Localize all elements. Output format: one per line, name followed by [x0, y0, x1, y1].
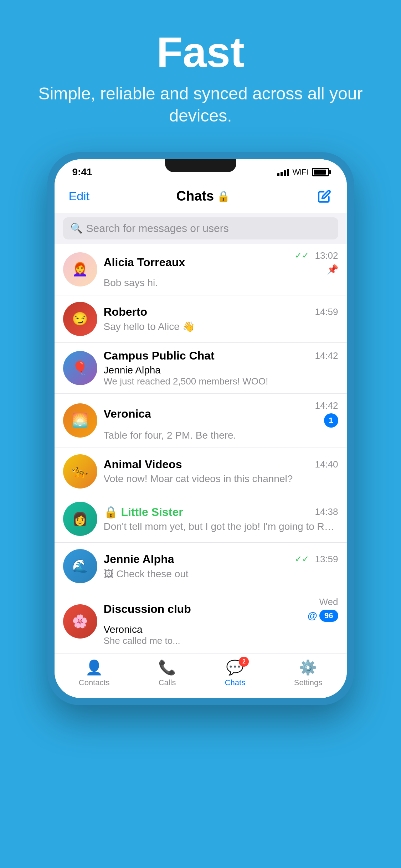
search-bar: 🔍 Search for messages or users — [55, 213, 347, 244]
status-icons: WiFi — [277, 167, 329, 177]
chats-title: Chats — [176, 188, 214, 204]
chat-item-discussion[interactable]: 🌸 Discussion club Wed @ 96 Vero — [55, 590, 347, 653]
battery-icon — [312, 168, 329, 176]
chat-name-jennie: Jennie Alpha — [104, 553, 174, 566]
chat-item-veronica[interactable]: 🌅 Veronica 14:42 1 Table for four, 2 PM.… — [55, 394, 347, 448]
chat-preview-jennie: 🖼 Check these out — [104, 568, 338, 580]
tab-label-contacts: Contacts — [79, 678, 110, 687]
avatar-sister: 👩 — [63, 502, 97, 536]
chats-tab-icon: 💬 2 — [226, 660, 244, 675]
chat-preview-animal: Vote now! Moar cat videos in this channe… — [104, 473, 338, 485]
chat-item-animal[interactable]: 🐆 Animal Videos 14:40 Vote now! Moar cat… — [55, 448, 347, 495]
chat-header: Edit Chats 🔒 — [55, 181, 347, 213]
tab-label-settings: Settings — [294, 678, 323, 687]
search-input[interactable]: Search for messages or users — [86, 222, 229, 234]
chat-item-sister[interactable]: 👩 🔒 Little Sister 14:38 Don't tell mom y… — [55, 495, 347, 543]
read-check-jennie: ✓✓ — [295, 554, 309, 564]
chat-preview-alicia: Bob says hi. — [104, 277, 338, 289]
chat-time-discussion: Wed — [319, 596, 338, 608]
chat-top-campus: Campus Public Chat 14:42 — [104, 349, 338, 362]
battery-fill — [314, 170, 326, 175]
chat-item-jennie[interactable]: 🌊 Jennie Alpha ✓✓ 13:59 🖼 Check these ou… — [55, 543, 347, 590]
read-check-alicia: ✓✓ — [295, 250, 309, 260]
compose-button[interactable] — [317, 188, 332, 204]
chat-item-campus[interactable]: 🎈 Campus Public Chat 14:42 Jennie Alpha … — [55, 343, 347, 394]
chat-top-sister: 🔒 Little Sister 14:38 — [104, 505, 338, 519]
chat-name-roberto: Roberto — [104, 305, 148, 319]
edit-button[interactable]: Edit — [69, 189, 90, 203]
tab-label-calls: Calls — [159, 678, 176, 687]
signal-bar-3 — [284, 170, 286, 176]
discussion-msg: She called me to... — [104, 635, 338, 646]
avatar-alicia: 👩‍🦰 — [63, 252, 97, 286]
chat-name-alicia: Alicia Torreaux — [104, 256, 185, 269]
avatar-discussion: 🌸 — [63, 604, 97, 639]
tab-chats[interactable]: 💬 2 Chats — [214, 659, 256, 687]
notch-inner — [165, 159, 236, 172]
chat-preview-discussion: Veronica She called me to... — [104, 624, 338, 646]
chat-time-roberto: 14:59 — [315, 306, 338, 317]
hero-subtitle: Simple, reliable and synced across all y… — [21, 83, 380, 127]
chat-name-animal: Animal Videos — [104, 458, 182, 471]
chat-name-veronica: Veronica — [104, 407, 151, 420]
tab-calls[interactable]: 📞 Calls — [148, 659, 187, 687]
chat-time-alicia: 13:02 — [315, 250, 338, 261]
contacts-icon: 👤 — [85, 659, 103, 676]
discussion-sender: Veronica — [104, 624, 338, 635]
pin-icon-alicia: 📌 — [327, 264, 338, 275]
campus-sender: Jennie Alpha — [104, 365, 338, 376]
badge-discussion: 96 — [319, 610, 338, 622]
chats-badge: 2 — [239, 657, 249, 667]
chat-preview-roberto: Say hello to Alice 👋 — [104, 321, 338, 332]
notch — [158, 159, 243, 175]
chat-name-campus: Campus Public Chat — [104, 349, 215, 362]
phone: 9:41 WiFi Edit Chats 🔒 — [55, 159, 347, 698]
chat-content-jennie: Jennie Alpha ✓✓ 13:59 🖼 Check these out — [104, 553, 338, 580]
settings-icon: ⚙️ — [299, 659, 317, 676]
avatar-campus: 🎈 — [63, 351, 97, 385]
at-badge-discussion: @ — [308, 610, 317, 621]
chat-preview-veronica: Table for four, 2 PM. Be there. — [104, 430, 338, 441]
chat-time-animal: 14:40 — [315, 459, 338, 470]
chat-top-discussion: Discussion club Wed @ 96 — [104, 596, 338, 622]
chat-content-campus: Campus Public Chat 14:42 Jennie Alpha We… — [104, 349, 338, 387]
chat-item-roberto[interactable]: 😏 Roberto 14:59 Say hello to Alice 👋 — [55, 295, 347, 343]
hero-section: Fast Simple, reliable and synced across … — [0, 0, 401, 141]
chat-content-sister: 🔒 Little Sister 14:38 Don't tell mom yet… — [104, 505, 338, 532]
phone-wrapper: 9:41 WiFi Edit Chats 🔒 — [47, 152, 354, 705]
chat-time-campus: 14:42 — [315, 350, 338, 361]
chat-time-veronica: 14:42 — [315, 400, 338, 411]
signal-bar-1 — [277, 173, 279, 176]
chat-time-jennie: 13:59 — [315, 554, 338, 565]
header-title: Chats 🔒 — [176, 188, 230, 204]
avatar-roberto: 😏 — [63, 302, 97, 336]
search-icon: 🔍 — [70, 222, 83, 234]
chat-name-discussion: Discussion club — [104, 603, 191, 616]
chat-top-animal: Animal Videos 14:40 — [104, 458, 338, 471]
chat-item-alicia[interactable]: 👩‍🦰 Alicia Torreaux ✓✓ 13:02 📌 Bob says … — [55, 244, 347, 295]
chat-content-animal: Animal Videos 14:40 Vote now! Moar cat v… — [104, 458, 338, 485]
search-input-wrapper[interactable]: 🔍 Search for messages or users — [63, 217, 338, 239]
chat-name-sister: 🔒 Little Sister — [104, 505, 183, 519]
signal-bar-2 — [281, 172, 283, 176]
avatar-veronica: 🌅 — [63, 403, 97, 438]
chat-content-discussion: Discussion club Wed @ 96 Veronica She ca… — [104, 596, 338, 646]
tab-settings[interactable]: ⚙️ Settings — [283, 659, 333, 687]
hero-title: Fast — [21, 29, 380, 76]
chat-top-veronica: Veronica 14:42 1 — [104, 400, 338, 428]
status-bar: 9:41 WiFi — [55, 159, 347, 181]
tab-contacts[interactable]: 👤 Contacts — [68, 659, 120, 687]
campus-msg: We just reached 2,500 members! WOO! — [104, 376, 338, 387]
chat-time-sister: 14:38 — [315, 506, 338, 517]
avatar-jennie: 🌊 — [63, 549, 97, 583]
lock-icon: 🔒 — [217, 190, 230, 202]
chat-top-roberto: Roberto 14:59 — [104, 305, 338, 319]
tab-bar: 👤 Contacts 📞 Calls 💬 2 Chats ⚙️ Settings — [55, 653, 347, 698]
tab-label-chats: Chats — [225, 678, 245, 687]
status-time: 9:41 — [72, 166, 92, 178]
avatar-animal: 🐆 — [63, 454, 97, 489]
chat-content-veronica: Veronica 14:42 1 Table for four, 2 PM. B… — [104, 400, 338, 441]
chat-list: 👩‍🦰 Alicia Torreaux ✓✓ 13:02 📌 Bob says … — [55, 244, 347, 653]
chat-content-roberto: Roberto 14:59 Say hello to Alice 👋 — [104, 305, 338, 332]
signal-bars-icon — [277, 168, 289, 176]
